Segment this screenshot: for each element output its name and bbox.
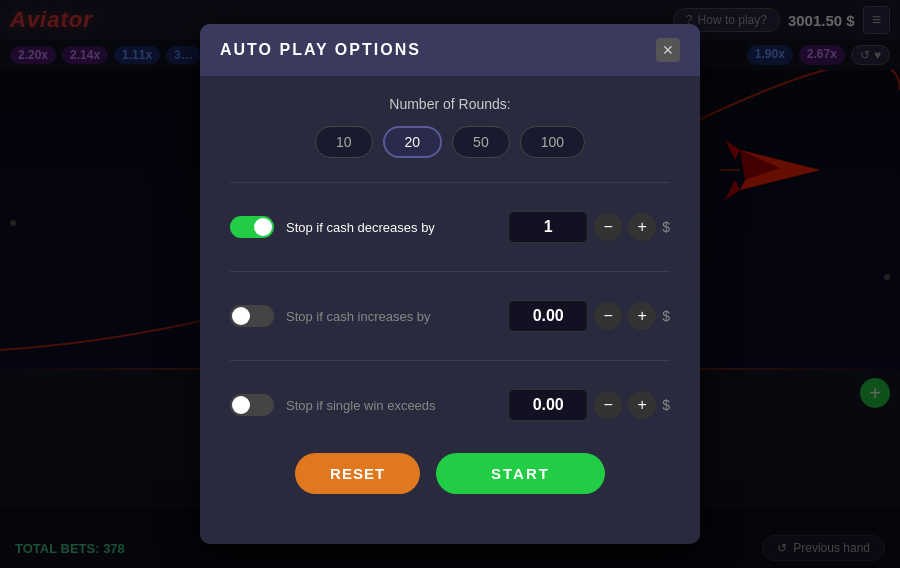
reset-button[interactable]: RESET (295, 453, 420, 494)
toggle-cash-increase[interactable] (230, 305, 274, 327)
divider-2 (230, 271, 670, 272)
round-options: 10 20 50 100 (230, 126, 670, 158)
auto-play-modal: AUTO PLAY OPTIONS ✕ Number of Rounds: 10… (200, 24, 700, 544)
value-decrease: 1 (508, 211, 588, 243)
toggle-label-decrease: Stop if cash decreases by (286, 220, 435, 235)
modal-title: AUTO PLAY OPTIONS (220, 41, 421, 59)
increase-plus-button[interactable]: + (628, 302, 656, 330)
currency-decrease: $ (662, 219, 670, 235)
toggle-label-win: Stop if single win exceeds (286, 398, 436, 413)
round-btn-50[interactable]: 50 (452, 126, 510, 158)
round-btn-100[interactable]: 100 (520, 126, 585, 158)
currency-win: $ (662, 397, 670, 413)
round-btn-10[interactable]: 10 (315, 126, 373, 158)
win-minus-button[interactable]: − (594, 391, 622, 419)
value-increase: 0.00 (508, 300, 588, 332)
toggle-left-win: Stop if single win exceeds (230, 394, 436, 416)
value-control-win: 0.00 − + $ (508, 389, 670, 421)
increase-minus-button[interactable]: − (594, 302, 622, 330)
toggle-row-increase: Stop if cash increases by 0.00 − + $ (230, 288, 670, 344)
toggle-single-win[interactable] (230, 394, 274, 416)
toggle-row-win: Stop if single win exceeds 0.00 − + $ (230, 377, 670, 433)
toggle-label-increase: Stop if cash increases by (286, 309, 431, 324)
divider-3 (230, 360, 670, 361)
divider-1 (230, 182, 670, 183)
modal-actions: RESET START (230, 453, 670, 494)
toggle-row-decrease: Stop if cash decreases by 1 − + $ (230, 199, 670, 255)
round-btn-20[interactable]: 20 (383, 126, 443, 158)
decrease-minus-button[interactable]: − (594, 213, 622, 241)
toggle-left-decrease: Stop if cash decreases by (230, 216, 435, 238)
modal-body: Number of Rounds: 10 20 50 100 Stop if c… (200, 76, 700, 514)
value-control-increase: 0.00 − + $ (508, 300, 670, 332)
rounds-label: Number of Rounds: (230, 96, 670, 112)
win-plus-button[interactable]: + (628, 391, 656, 419)
decrease-plus-button[interactable]: + (628, 213, 656, 241)
start-button[interactable]: START (436, 453, 605, 494)
currency-increase: $ (662, 308, 670, 324)
modal-close-button[interactable]: ✕ (656, 38, 680, 62)
value-control-decrease: 1 − + $ (508, 211, 670, 243)
toggle-left-increase: Stop if cash increases by (230, 305, 431, 327)
modal-overlay: AUTO PLAY OPTIONS ✕ Number of Rounds: 10… (0, 0, 900, 568)
value-win: 0.00 (508, 389, 588, 421)
modal-header: AUTO PLAY OPTIONS ✕ (200, 24, 700, 76)
toggle-cash-decrease[interactable] (230, 216, 274, 238)
